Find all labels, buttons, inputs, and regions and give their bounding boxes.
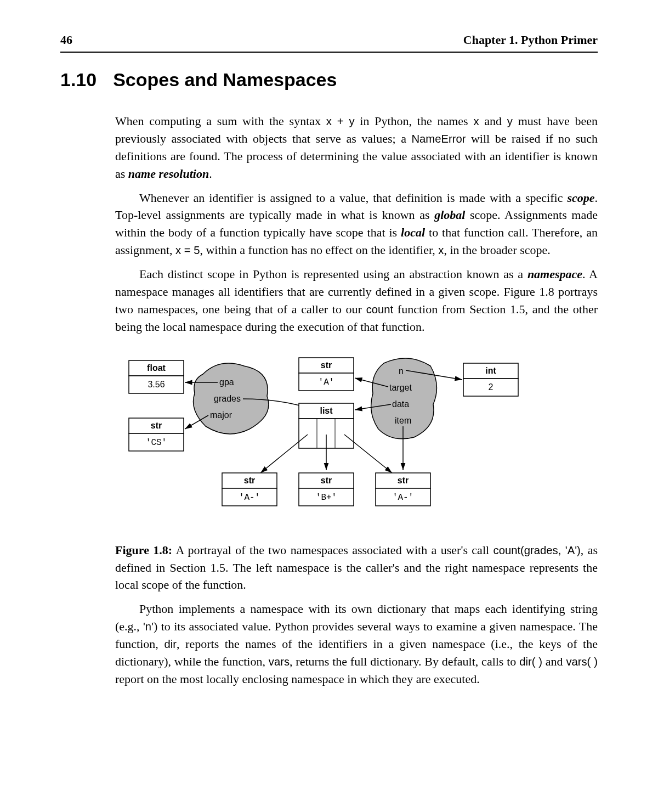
code-assign: x = 5 [175, 244, 200, 256]
code-count: count [366, 303, 394, 315]
body-content: When computing a sum with the syntax x +… [115, 112, 598, 688]
namespace-diagram-svg: float 3.56 str 'CS' gpa grades major [123, 355, 589, 525]
code-x: x [473, 115, 479, 127]
svg-text:'CS': 'CS' [146, 438, 167, 448]
section-number: 1.10 [60, 69, 97, 91]
float-box: float 3.56 [129, 360, 184, 393]
paragraph-2: Whenever an identifier is assigned to a … [115, 189, 598, 260]
svg-text:'B+': 'B+' [316, 493, 337, 503]
term-global: global [434, 208, 465, 222]
svg-text:2: 2 [489, 382, 494, 392]
major-label: major [210, 410, 232, 420]
item-label: item [395, 416, 411, 425]
svg-text:str: str [151, 421, 162, 430]
svg-line-27 [260, 435, 308, 473]
svg-text:int: int [485, 366, 496, 375]
str-am-box: str 'A-' [222, 473, 277, 506]
code-x2: x [438, 244, 444, 256]
str-bp-box: str 'B+' [299, 473, 354, 506]
code-n: 'n' [143, 621, 154, 633]
svg-text:'A': 'A' [319, 377, 334, 387]
paragraph-1: When computing a sum with the syntax x +… [115, 112, 598, 183]
paragraph-3: Each distinct scope in Python is represe… [115, 266, 598, 336]
code-call: count(grades, 'A') [494, 544, 581, 556]
local-namespace-blob: n target data item [371, 358, 437, 439]
term-namespace: namespace [527, 267, 582, 281]
code-dir-call: dir( ) [519, 656, 542, 668]
figure-caption: Figure 1.8: A portrayal of the two names… [115, 542, 598, 594]
page-number: 46 [60, 33, 72, 47]
svg-text:list: list [320, 406, 333, 415]
caller-namespace-blob: gpa grades major [194, 363, 269, 434]
svg-text:3.56: 3.56 [148, 380, 164, 389]
code-nameerror: NameError [411, 133, 466, 145]
data-label: data [392, 399, 409, 409]
target-label: target [389, 383, 412, 392]
svg-text:str: str [321, 476, 332, 485]
grades-label: grades [214, 394, 241, 403]
svg-text:str: str [321, 360, 332, 370]
svg-text:'A-': 'A-' [239, 493, 260, 503]
svg-line-29 [344, 435, 392, 473]
str-a-box: str 'A' [299, 358, 354, 391]
code-expr: x + y [326, 115, 355, 127]
section-title-text: Scopes and Namespaces [113, 69, 337, 90]
term-scope: scope [567, 191, 594, 205]
paragraph-4: Python implements a namespace with its o… [115, 600, 598, 687]
section-heading: 1.10Scopes and Namespaces [60, 69, 598, 91]
gpa-label: gpa [219, 377, 234, 387]
term-local: local [401, 225, 425, 239]
n-label: n [399, 366, 404, 376]
page: 46 Chapter 1. Python Primer 1.10Scopes a… [0, 0, 658, 728]
term-name-resolution: name resolution [128, 167, 209, 181]
figure-1-8: float 3.56 str 'CS' gpa grades major [115, 355, 598, 525]
str-am2-box: str 'A-' [376, 473, 430, 506]
figure-number: Figure 1.8: [115, 543, 172, 557]
svg-text:'A-': 'A-' [393, 493, 413, 503]
int-box: int 2 [463, 363, 518, 396]
code-y: y [507, 115, 513, 127]
code-vars: vars [269, 656, 290, 668]
page-header: 46 Chapter 1. Python Primer [60, 33, 598, 53]
code-dir: dir [164, 638, 177, 650]
svg-text:str: str [244, 476, 255, 485]
chapter-title: Chapter 1. Python Primer [463, 33, 598, 47]
code-vars-call: vars( ) [566, 656, 598, 668]
svg-text:float: float [147, 363, 166, 373]
str-cs-box: str 'CS' [129, 418, 184, 451]
svg-text:str: str [398, 476, 409, 485]
